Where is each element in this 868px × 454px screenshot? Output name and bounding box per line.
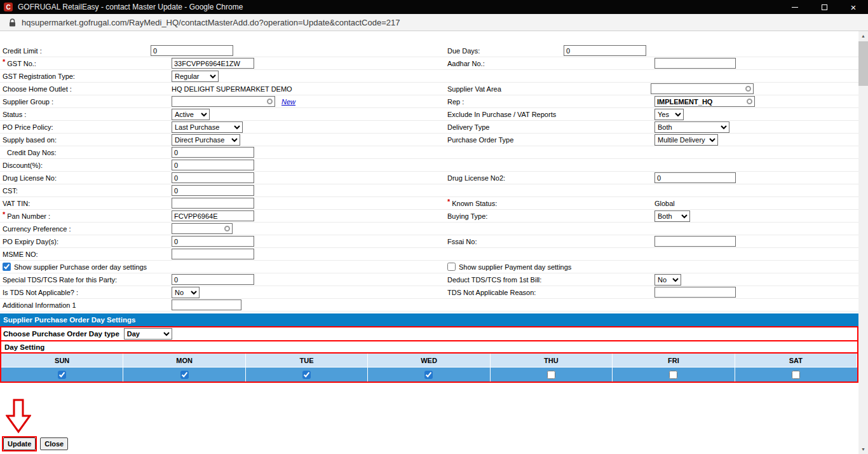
gst-registration-type-select[interactable]: Regular bbox=[172, 71, 219, 82]
close-window-button[interactable]: × bbox=[839, 0, 868, 14]
form-row: VAT TIN: *Known Status: Global bbox=[0, 197, 858, 210]
day-checkbox-mon[interactable] bbox=[180, 371, 189, 379]
day-checkbox-sat[interactable] bbox=[792, 371, 800, 379]
form-row: Credit Day Nos: bbox=[0, 146, 858, 159]
tds-reason-label: TDS Not Applicable Reason: bbox=[447, 289, 654, 296]
known-status-value: Global bbox=[654, 200, 675, 207]
minimize-icon bbox=[792, 7, 798, 8]
supplier-vat-area-input[interactable] bbox=[651, 83, 754, 94]
maximize-button[interactable] bbox=[810, 0, 839, 14]
msme-no-label: MSME NO: bbox=[3, 251, 172, 258]
fssai-no-input[interactable] bbox=[654, 236, 736, 247]
currency-preference-input[interactable] bbox=[172, 223, 233, 234]
drug-license-no2-input[interactable] bbox=[654, 172, 736, 183]
day-header-fri: FRI bbox=[613, 354, 735, 368]
maximize-icon bbox=[822, 4, 827, 10]
rep-input[interactable] bbox=[654, 96, 755, 107]
close-button[interactable]: Close bbox=[40, 437, 68, 450]
form-row: Status : Active Exclude In Purchase / VA… bbox=[0, 108, 858, 121]
day-checkbox-sun[interactable] bbox=[58, 371, 66, 379]
cst-input[interactable] bbox=[172, 185, 254, 196]
form-row: Show supplier Purchase order day setting… bbox=[0, 261, 858, 273]
aadhar-no-input[interactable] bbox=[654, 58, 736, 69]
due-days-input[interactable] bbox=[564, 45, 646, 56]
lookup-icon[interactable] bbox=[267, 99, 273, 104]
app-favicon-icon: C bbox=[4, 3, 13, 11]
purchase-order-type-select[interactable]: Multile Delivery bbox=[654, 134, 718, 146]
discount-label: Discount(%): bbox=[3, 162, 172, 169]
drug-license-no-label: Drug License No: bbox=[3, 174, 172, 182]
day-checkbox-thu[interactable] bbox=[547, 371, 555, 379]
day-header-sun: SUN bbox=[1, 354, 123, 368]
credit-day-nos-input[interactable] bbox=[172, 147, 254, 158]
update-button-highlight: Update bbox=[2, 436, 37, 451]
show-payment-day-settings-checkbox[interactable] bbox=[447, 263, 456, 271]
discount-input[interactable] bbox=[172, 160, 254, 170]
day-settings-section-header: Supplier Purchase Order Day Settings bbox=[0, 313, 858, 326]
drug-license-no-input[interactable] bbox=[172, 172, 254, 183]
po-expiry-days-label: PO Expiry Day(s): bbox=[3, 238, 172, 245]
exclude-purchase-vat-label: Exclude In Purchase / VAT Reports bbox=[447, 111, 654, 118]
vat-tin-label: VAT TIN: bbox=[3, 200, 172, 207]
status-select[interactable]: Active bbox=[172, 109, 210, 120]
is-tds-not-applicable-select[interactable]: No bbox=[172, 287, 200, 298]
lookup-icon[interactable] bbox=[745, 86, 751, 92]
vertical-scrollbar[interactable]: ▲ ▼ bbox=[858, 31, 868, 454]
scrollbar-thumb[interactable] bbox=[858, 41, 868, 86]
form-row: CST: bbox=[0, 184, 858, 197]
choose-home-outlet-label: Choose Home Outlet : bbox=[3, 85, 172, 93]
scroll-down-button[interactable]: ▼ bbox=[858, 444, 868, 454]
form-row: *GST No.: Aadhar No.: bbox=[0, 57, 858, 70]
choose-day-type-select[interactable]: Day bbox=[124, 328, 172, 340]
scroll-up-button[interactable]: ▲ bbox=[858, 31, 868, 41]
required-asterisk: * bbox=[447, 198, 450, 205]
additional-information-1-input[interactable] bbox=[172, 299, 241, 310]
po-price-policy-select[interactable]: Last Purchase bbox=[172, 121, 243, 133]
update-button[interactable]: Update bbox=[3, 437, 36, 450]
required-asterisk: * bbox=[3, 58, 5, 65]
day-setting-subtitle: Day Setting bbox=[1, 341, 857, 354]
cst-label: CST: bbox=[3, 187, 172, 195]
choose-day-type-label: Choose Purchase Order Day type bbox=[3, 330, 119, 338]
form-row: Special TDS/TCS Rate for this Party: Ded… bbox=[0, 273, 858, 286]
supplier-group-label: Supplier Group : bbox=[3, 98, 172, 106]
vat-tin-input[interactable] bbox=[172, 198, 254, 209]
day-cell-wed bbox=[368, 368, 490, 382]
form-row: Currency Preference : bbox=[0, 223, 858, 235]
day-checkbox-wed[interactable] bbox=[424, 371, 433, 379]
fssai-no-label: Fssai No: bbox=[447, 238, 654, 245]
url-text[interactable]: hqsupermarket.gofrugal.com/RayMedi_HQ/co… bbox=[22, 18, 400, 27]
po-price-policy-label: PO Price Policy: bbox=[3, 123, 172, 131]
minimize-button[interactable] bbox=[780, 0, 810, 14]
form-row: PO Price Policy: Last Purchase Delivery … bbox=[0, 121, 858, 134]
day-checkbox-fri[interactable] bbox=[669, 371, 677, 379]
day-settings-table: SUN MON TUE WED THU FRI SAT bbox=[1, 354, 857, 382]
gst-no-input[interactable] bbox=[172, 58, 254, 69]
po-expiry-days-input[interactable] bbox=[172, 236, 254, 247]
deduct-tds-select[interactable]: No bbox=[654, 274, 681, 285]
supplier-group-input[interactable] bbox=[172, 96, 275, 107]
show-po-day-settings-checkbox[interactable] bbox=[3, 263, 11, 271]
tds-reason-input[interactable] bbox=[654, 287, 736, 298]
credit-limit-input[interactable] bbox=[151, 45, 233, 56]
form-row: MSME NO: bbox=[0, 248, 858, 261]
delivery-type-label: Delivery Type bbox=[447, 123, 654, 131]
pan-number-input[interactable] bbox=[172, 210, 254, 221]
lookup-icon[interactable] bbox=[224, 226, 230, 231]
day-checkbox-tue[interactable] bbox=[302, 371, 311, 379]
supply-based-on-select[interactable]: Direct Purchase bbox=[172, 134, 240, 146]
credit-day-nos-label: Credit Day Nos: bbox=[3, 149, 172, 156]
lookup-icon[interactable] bbox=[747, 99, 752, 104]
buying-type-select[interactable]: Both bbox=[654, 210, 690, 222]
form-row: Supplier Group : New Rep : bbox=[0, 95, 858, 108]
address-bar[interactable]: hqsupermarket.gofrugal.com/RayMedi_HQ/co… bbox=[0, 14, 868, 31]
delivery-type-select[interactable]: Both bbox=[654, 121, 729, 133]
special-tds-rate-input[interactable] bbox=[172, 274, 254, 285]
supplier-group-new-link[interactable]: New bbox=[281, 98, 295, 106]
day-cell-sun bbox=[1, 368, 123, 382]
exclude-purchase-vat-select[interactable]: Yes bbox=[654, 109, 684, 120]
due-days-label: Due Days: bbox=[447, 47, 564, 55]
gst-registration-type-label: GST Registration Type: bbox=[3, 72, 172, 80]
red-arrow-annotation-icon bbox=[6, 399, 31, 434]
msme-no-input[interactable] bbox=[172, 249, 254, 259]
